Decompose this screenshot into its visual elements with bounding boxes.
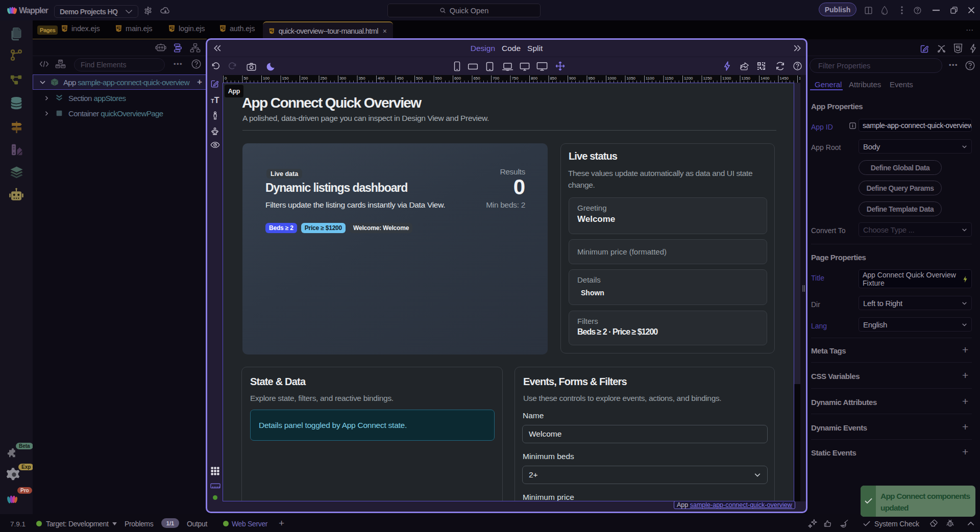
svg-text:400: 400 xyxy=(378,76,385,81)
svg-text:300: 300 xyxy=(339,76,347,81)
svg-text:0: 0 xyxy=(225,76,227,81)
svg-text:50: 50 xyxy=(244,76,249,81)
svg-text:150: 150 xyxy=(282,76,289,81)
svg-text:250: 250 xyxy=(321,76,328,81)
svg-text:1050: 1050 xyxy=(627,76,636,81)
svg-text:750: 750 xyxy=(512,76,519,81)
svg-text:200: 200 xyxy=(301,76,308,81)
svg-text:1100: 1100 xyxy=(646,76,654,81)
svg-text:1200: 1200 xyxy=(684,76,693,81)
svg-text:1250: 1250 xyxy=(703,76,713,81)
svg-text:350: 350 xyxy=(359,76,366,81)
svg-text:950: 950 xyxy=(589,76,596,81)
svg-text:1350: 1350 xyxy=(742,76,751,81)
svg-text:850: 850 xyxy=(550,76,557,81)
svg-text:900: 900 xyxy=(569,76,576,81)
svg-text:500: 500 xyxy=(416,76,423,81)
svg-text:1000: 1000 xyxy=(607,76,617,81)
svg-text:650: 650 xyxy=(474,76,481,81)
svg-text:550: 550 xyxy=(435,76,443,81)
svg-text:1150: 1150 xyxy=(665,76,674,81)
svg-text:600: 600 xyxy=(454,76,461,81)
svg-text:800: 800 xyxy=(531,76,538,81)
svg-text:1450: 1450 xyxy=(780,76,789,81)
svg-text:100: 100 xyxy=(263,76,270,81)
svg-text:1400: 1400 xyxy=(761,76,770,81)
svg-text:1300: 1300 xyxy=(722,76,731,81)
svg-text:700: 700 xyxy=(493,76,500,81)
svg-text:450: 450 xyxy=(397,76,404,81)
